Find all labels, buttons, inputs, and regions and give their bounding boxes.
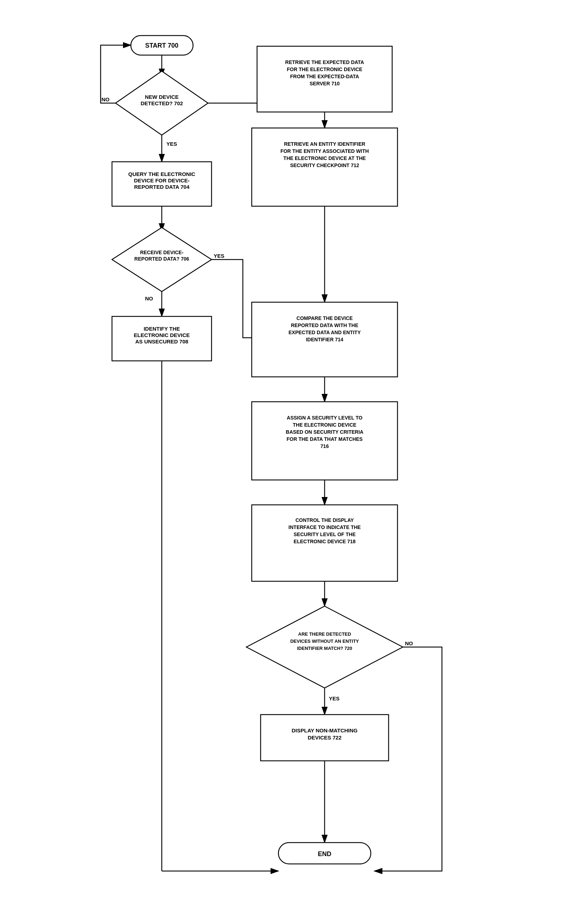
- label-yes1-down: YES: [167, 141, 177, 147]
- svg-text:ELECTRONIC DEVICE: ELECTRONIC DEVICE: [134, 332, 190, 338]
- svg-text:CONTROL THE DISPLAY: CONTROL THE DISPLAY: [295, 517, 354, 523]
- svg-text:IDENTIFY THE: IDENTIFY THE: [144, 325, 180, 332]
- svg-text:BASED ON SECURITY CRITERIA: BASED ON SECURITY CRITERIA: [286, 429, 363, 435]
- svg-text:INTERFACE TO INDICATE THE: INTERFACE TO INDICATE THE: [289, 524, 361, 530]
- svg-text:RETRIEVE AN ENTITY IDENTIFIER: RETRIEVE AN ENTITY IDENTIFIER: [284, 141, 366, 147]
- label-yes3: YES: [329, 696, 340, 702]
- svg-text:DEVICE FOR DEVICE-: DEVICE FOR DEVICE-: [134, 177, 190, 184]
- svg-text:ARE THERE DETECTED: ARE THERE DETECTED: [298, 631, 351, 637]
- svg-text:SERVER 710: SERVER 710: [310, 81, 340, 86]
- svg-text:IDENTIFIER MATCH? 720: IDENTIFIER MATCH? 720: [297, 646, 352, 651]
- svg-text:SECURITY CHECKPOINT 712: SECURITY CHECKPOINT 712: [290, 162, 359, 168]
- svg-text:EXPECTED DATA AND ENTITY: EXPECTED DATA AND ENTITY: [289, 330, 361, 335]
- end-label: END: [318, 850, 331, 858]
- svg-text:DEVICES 722: DEVICES 722: [307, 734, 341, 740]
- svg-text:FOR THE ELECTRONIC DEVICE: FOR THE ELECTRONIC DEVICE: [287, 66, 362, 72]
- svg-text:REPORTED DATA 704: REPORTED DATA 704: [134, 184, 190, 190]
- label-no2: NO: [145, 295, 153, 301]
- svg-text:IDENTIFIER 714: IDENTIFIER 714: [306, 337, 343, 342]
- svg-text:FOR THE ENTITY ASSOCIATED WITH: FOR THE ENTITY ASSOCIATED WITH: [281, 148, 369, 154]
- svg-text:716: 716: [320, 443, 329, 449]
- text-702: NEW DEVICE: [145, 94, 179, 100]
- main-diagram-wrap: START 700 NEW DEVICE DETECTED? 702 NO YE…: [90, 25, 481, 915]
- svg-text:FOR THE DATA THAT MATCHES: FOR THE DATA THAT MATCHES: [287, 436, 363, 442]
- svg-text:DISPLAY NON-MATCHING: DISPLAY NON-MATCHING: [292, 727, 358, 733]
- svg-text:SECURITY LEVEL OF THE: SECURITY LEVEL OF THE: [294, 532, 356, 537]
- svg-text:QUERY THE ELECTRONIC: QUERY THE ELECTRONIC: [128, 171, 196, 177]
- flowchart-svg: START 700 NEW DEVICE DETECTED? 702 NO YE…: [90, 25, 481, 914]
- svg-text:THE ELECTRONIC DEVICE: THE ELECTRONIC DEVICE: [293, 422, 356, 428]
- label-no1: NO: [102, 96, 110, 102]
- svg-text:FROM THE EXPECTED-DATA: FROM THE EXPECTED-DATA: [290, 74, 359, 79]
- svg-text:RECEIVE DEVICE-: RECEIVE DEVICE-: [140, 250, 184, 255]
- svg-text:REPORTED DATA? 706: REPORTED DATA? 706: [134, 256, 189, 262]
- svg-text:THE ELECTRONIC DEVICE AT THE: THE ELECTRONIC DEVICE AT THE: [283, 155, 366, 161]
- svg-text:RETRIEVE THE EXPECTED DATA: RETRIEVE THE EXPECTED DATA: [285, 59, 364, 65]
- svg-text:ASSIGN A SECURITY LEVEL TO: ASSIGN A SECURITY LEVEL TO: [287, 415, 363, 421]
- start-label: START 700: [145, 42, 179, 49]
- label-yes2: YES: [214, 253, 224, 259]
- svg-text:DETECTED? 702: DETECTED? 702: [140, 100, 183, 106]
- label-no3: NO: [405, 640, 413, 646]
- svg-text:AS UNSECURED 708: AS UNSECURED 708: [135, 338, 188, 344]
- svg-text:ELECTRONIC DEVICE 718: ELECTRONIC DEVICE 718: [294, 538, 355, 544]
- svg-text:COMPARE THE DEVICE: COMPARE THE DEVICE: [296, 315, 353, 321]
- svg-text:REPORTED DATA WITH THE: REPORTED DATA WITH THE: [291, 322, 358, 328]
- svg-text:DEVICES WITHOUT AN ENTITY: DEVICES WITHOUT AN ENTITY: [290, 639, 359, 644]
